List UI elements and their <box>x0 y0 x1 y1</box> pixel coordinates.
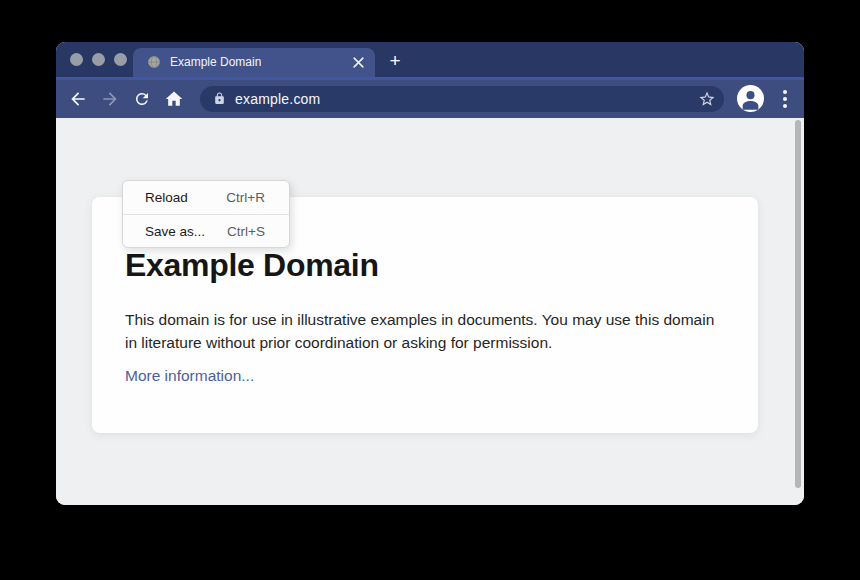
more-information-link[interactable]: More information... <box>125 367 254 385</box>
lock-icon[interactable] <box>213 92 226 105</box>
navigation-toolbar: example.com <box>56 77 804 118</box>
vertical-scrollbar[interactable] <box>795 120 801 488</box>
tab-strip: Example Domain + <box>56 42 804 77</box>
tab-example-domain[interactable]: Example Domain <box>133 48 375 77</box>
menu-item-shortcut: Ctrl+R <box>226 190 265 205</box>
address-bar[interactable]: example.com <box>200 86 724 112</box>
close-tab-icon[interactable] <box>352 56 365 69</box>
home-icon[interactable] <box>164 89 184 109</box>
window-close-icon[interactable] <box>70 53 83 66</box>
menu-item-label: Reload <box>145 190 188 205</box>
page-title: Example Domain <box>125 247 730 283</box>
page-paragraph: This domain is for use in illustrative e… <box>125 309 730 354</box>
back-icon[interactable] <box>68 89 88 109</box>
globe-favicon-icon <box>147 55 161 69</box>
reload-icon[interactable] <box>133 90 151 108</box>
bookmark-star-icon[interactable] <box>698 90 716 108</box>
context-menu-item-reload[interactable]: Reload Ctrl+R <box>123 181 289 214</box>
window-minimize-icon[interactable] <box>92 53 105 66</box>
new-tab-button[interactable]: + <box>383 50 407 72</box>
tab-title: Example Domain <box>170 48 261 77</box>
forward-icon <box>100 89 120 109</box>
browser-window: Example Domain + example.com <box>56 42 804 505</box>
context-menu-item-save-as[interactable]: Save as... Ctrl+S <box>123 214 289 247</box>
page-viewport: Example Domain This domain is for use in… <box>56 118 804 505</box>
menu-item-label: Save as... <box>145 224 205 239</box>
profile-avatar[interactable] <box>737 85 764 112</box>
person-icon <box>737 85 764 112</box>
window-maximize-icon[interactable] <box>114 53 127 66</box>
context-menu: Reload Ctrl+R Save as... Ctrl+S <box>122 180 290 248</box>
menu-item-shortcut: Ctrl+S <box>227 224 265 239</box>
url-text[interactable]: example.com <box>235 86 320 112</box>
browser-menu-icon[interactable] <box>781 89 789 110</box>
